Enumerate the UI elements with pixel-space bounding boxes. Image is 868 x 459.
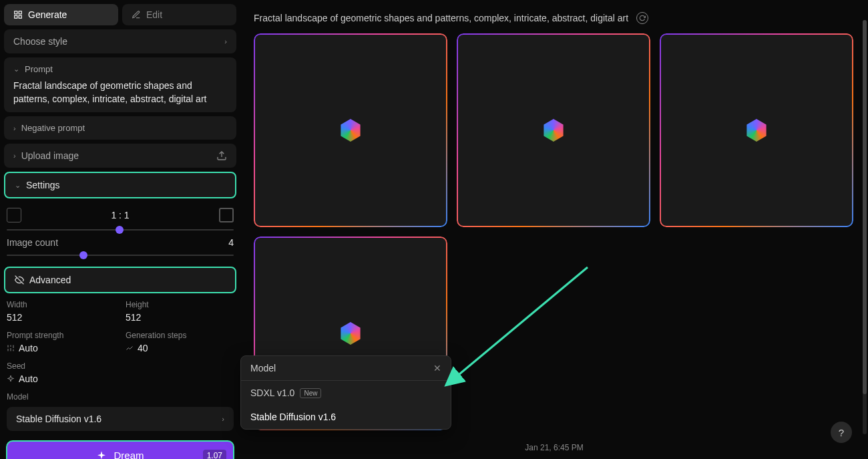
- generation-steps-label: Generation steps: [126, 331, 234, 340]
- chevron-right-icon: ›: [13, 124, 16, 132]
- scrollbar-thumb[interactable]: [863, 20, 867, 394]
- eye-off-icon: [15, 275, 24, 285]
- image-count-label: Image count: [7, 237, 58, 248]
- sparkle-icon: [96, 450, 107, 459]
- svg-rect-1: [19, 11, 21, 14]
- upload-image[interactable]: › Upload image: [4, 144, 236, 168]
- upload-icon: [216, 150, 227, 161]
- sliders-icon: [7, 344, 15, 352]
- refresh-icon[interactable]: [636, 12, 648, 24]
- model-option-label: SDXL v1.0: [250, 388, 294, 398]
- steps-icon: [126, 344, 134, 352]
- chevron-right-icon: ›: [222, 415, 224, 423]
- chevron-right-icon: ›: [13, 152, 16, 160]
- close-icon[interactable]: ✕: [433, 363, 441, 373]
- image-count-value: 4: [228, 237, 234, 248]
- pencil-icon: [132, 10, 141, 19]
- height-value: 512: [126, 312, 234, 323]
- height-field[interactable]: Height 512: [126, 300, 234, 323]
- grid-icon: [13, 10, 23, 19]
- chevron-right-icon: ›: [224, 37, 227, 45]
- loading-spinner: [339, 322, 362, 345]
- svg-rect-3: [19, 15, 21, 18]
- scrollbar[interactable]: [863, 20, 867, 434]
- prompt-strength-field[interactable]: Prompt strength Auto: [7, 331, 115, 353]
- chevron-down-icon: ⌄: [13, 65, 19, 73]
- aspect-ratio-row: 1 : 1: [7, 208, 234, 222]
- width-label: Width: [7, 300, 115, 309]
- prompt-strength-label: Prompt strength: [7, 331, 115, 340]
- seed-field[interactable]: Seed Auto: [7, 361, 115, 384]
- generation-tile[interactable]: [457, 33, 650, 227]
- tab-generate-label: Generate: [28, 9, 67, 20]
- loading-spinner: [542, 119, 565, 142]
- dream-button[interactable]: Dream 1.07: [6, 440, 234, 459]
- image-count-row: Image count 4: [7, 237, 234, 248]
- chevron-down-icon: ⌄: [15, 181, 21, 190]
- seed-label: Seed: [7, 361, 115, 371]
- main-header: Fractal landscape of geometric shapes an…: [254, 7, 855, 33]
- upload-image-label: Upload image: [21, 150, 79, 161]
- model-option-sd16[interactable]: Stable Diffusion v1.6: [241, 405, 451, 429]
- help-label: ?: [839, 427, 844, 438]
- generation-tile[interactable]: [254, 33, 447, 227]
- aspect-preview-left[interactable]: [7, 208, 21, 222]
- sidebar: Generate Edit Choose style › ⌄ Prompt Fr…: [0, 0, 240, 459]
- advanced-section[interactable]: Advanced: [4, 267, 236, 293]
- aspect-ratio-label: 1 : 1: [111, 210, 129, 220]
- aspect-slider[interactable]: [7, 229, 234, 231]
- model-select[interactable]: Stable Diffusion v1.6 ›: [7, 407, 234, 431]
- loading-spinner: [339, 119, 362, 142]
- dream-label: Dream: [114, 450, 144, 459]
- timestamp: Jan 21, 6:45 PM: [525, 443, 583, 452]
- prompt-strength-value: Auto: [19, 343, 38, 353]
- width-value: 512: [7, 312, 115, 323]
- sparkle-icon: [7, 375, 15, 383]
- settings-label: Settings: [26, 180, 60, 190]
- width-field[interactable]: Width 512: [7, 300, 115, 323]
- height-label: Height: [126, 300, 234, 309]
- dream-cost: 1.07: [203, 450, 226, 459]
- generation-tile[interactable]: [660, 33, 853, 227]
- tab-edit-label: Edit: [146, 9, 162, 20]
- svg-rect-0: [15, 11, 17, 14]
- choose-style-label: Choose style: [13, 36, 67, 47]
- svg-rect-2: [15, 15, 17, 18]
- new-badge: New: [300, 388, 321, 398]
- model-option-sdxl[interactable]: SDXL v1.0 New: [241, 381, 451, 405]
- advanced-body: Width 512 Height 512 Prompt strength Aut…: [4, 297, 236, 434]
- model-label: Model: [7, 392, 234, 402]
- image-count-slider-thumb[interactable]: [79, 251, 87, 259]
- model-option-label: Stable Diffusion v1.6: [250, 412, 336, 422]
- advanced-label: Advanced: [29, 275, 71, 285]
- model-value: Stable Diffusion v1.6: [16, 414, 101, 424]
- tab-edit[interactable]: Edit: [122, 4, 236, 25]
- model-field: Model Stable Diffusion v1.6 ›: [7, 392, 234, 431]
- generation-steps-value: 40: [138, 343, 148, 353]
- popover-title: Model: [250, 363, 276, 373]
- negative-prompt-card[interactable]: › Negative prompt: [4, 116, 236, 140]
- aspect-preview-right[interactable]: [219, 208, 234, 222]
- generation-steps-field[interactable]: Generation steps 40: [126, 331, 234, 353]
- settings-section[interactable]: ⌄ Settings: [4, 172, 236, 198]
- prompt-header[interactable]: ⌄ Prompt: [13, 64, 227, 74]
- aspect-slider-thumb[interactable]: [116, 226, 124, 234]
- popover-header: Model ✕: [241, 356, 451, 381]
- tab-generate[interactable]: Generate: [4, 4, 118, 25]
- model-popover: Model ✕ SDXL v1.0 New Stable Diffusion v…: [240, 355, 451, 430]
- choose-style[interactable]: Choose style ›: [4, 29, 236, 53]
- prompt-text[interactable]: Fractal landscape of geometric shapes an…: [13, 80, 227, 106]
- loading-spinner: [745, 119, 768, 142]
- settings-body: 1 : 1 Image count 4: [4, 202, 236, 263]
- prompt-card: ⌄ Prompt Fractal landscape of geometric …: [4, 57, 236, 112]
- prompt-header-label: Prompt: [25, 64, 53, 74]
- image-count-slider[interactable]: [7, 255, 234, 256]
- negative-prompt-label: Negative prompt: [21, 123, 85, 133]
- top-tabs: Generate Edit: [4, 4, 236, 25]
- page-title: Fractal landscape of geometric shapes an…: [254, 13, 628, 23]
- seed-value: Auto: [19, 373, 38, 384]
- help-button[interactable]: ?: [831, 422, 852, 443]
